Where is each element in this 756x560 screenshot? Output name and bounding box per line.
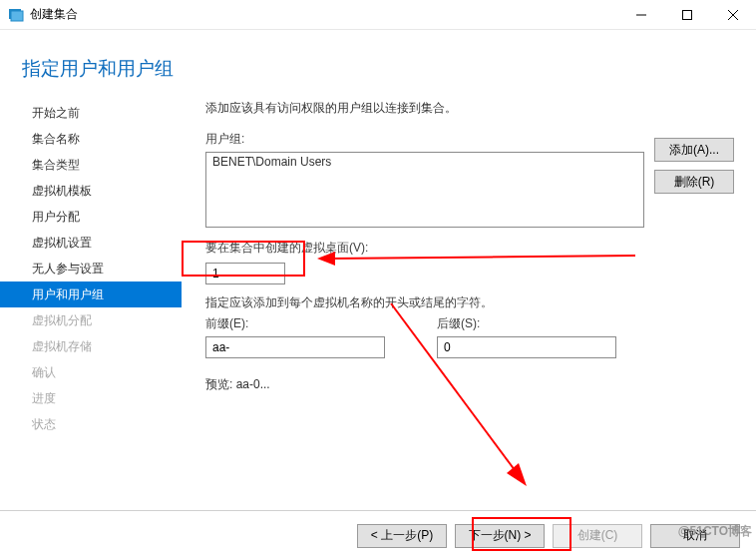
- usergroups-listbox[interactable]: BENET\Domain Users: [205, 152, 644, 228]
- window-controls: [618, 0, 756, 30]
- sidebar-item-name[interactable]: 集合名称: [0, 126, 182, 152]
- sidebar-item-vmalloc: 虚拟机分配: [0, 307, 182, 333]
- vd-count-label: 要在集合中创建的虚拟桌面(V):: [205, 240, 644, 257]
- svg-marker-9: [507, 463, 527, 486]
- sidebar-item-vmstorage: 虚拟机存储: [0, 333, 182, 359]
- sidebar-item-userassign[interactable]: 用户分配: [0, 204, 182, 230]
- prefix-input[interactable]: [205, 336, 385, 358]
- watermark: @51CTO博客: [678, 523, 752, 540]
- sidebar-item-usergroups[interactable]: 用户和用户组: [0, 281, 182, 307]
- sidebar-item-progress: 进度: [0, 385, 182, 411]
- sidebar-item-before[interactable]: 开始之前: [0, 100, 182, 126]
- page-title: 指定用户和用户组: [0, 30, 756, 94]
- suffix-label: 后缀(S):: [437, 315, 644, 332]
- vd-count-input[interactable]: [205, 263, 285, 284]
- prefix-label: 前缀(E):: [205, 315, 413, 332]
- preview-label: 预览:: [205, 377, 236, 391]
- create-button: 创建(C): [553, 524, 642, 548]
- preview-value: aa-0...: [236, 377, 270, 391]
- prev-button[interactable]: < 上一步(P): [357, 524, 447, 548]
- next-button[interactable]: 下一步(N) >: [455, 524, 545, 548]
- remove-button[interactable]: 删除(R): [654, 170, 734, 194]
- naming-instruction: 指定应该添加到每个虚拟机名称的开头或结尾的字符。: [205, 294, 644, 311]
- sidebar-item-vmsettings[interactable]: 虚拟机设置: [0, 230, 182, 256]
- add-button[interactable]: 添加(A)...: [654, 138, 734, 162]
- main-panel: 添加应该具有访问权限的用户组以连接到集合。 用户组: BENET\Domain …: [182, 94, 756, 510]
- instruction-text: 添加应该具有访问权限的用户组以连接到集合。: [205, 100, 644, 117]
- titlebar: 创建集合: [0, 0, 756, 30]
- minimize-button[interactable]: [618, 0, 664, 30]
- maximize-button[interactable]: [664, 0, 710, 30]
- wizard-sidebar: 开始之前 集合名称 集合类型 虚拟机模板 用户分配 虚拟机设置 无人参与设置 用…: [0, 94, 182, 510]
- wizard-footer: < 上一步(P) 下一步(N) > 创建(C) 取消: [0, 510, 756, 560]
- sidebar-item-template[interactable]: 虚拟机模板: [0, 178, 182, 204]
- sidebar-item-type[interactable]: 集合类型: [0, 152, 182, 178]
- preview-row: 预览: aa-0...: [205, 376, 644, 393]
- app-icon: [8, 7, 24, 23]
- sidebar-item-confirm: 确认: [0, 359, 182, 385]
- svg-rect-1: [11, 11, 23, 21]
- usergroup-item[interactable]: BENET\Domain Users: [212, 155, 637, 169]
- window-title: 创建集合: [30, 6, 618, 23]
- sidebar-item-status: 状态: [0, 411, 182, 437]
- sidebar-item-unattended[interactable]: 无人参与设置: [0, 256, 182, 281]
- usergroups-label: 用户组:: [205, 131, 644, 148]
- svg-rect-3: [683, 10, 692, 19]
- close-button[interactable]: [710, 0, 756, 30]
- suffix-input[interactable]: [437, 336, 616, 358]
